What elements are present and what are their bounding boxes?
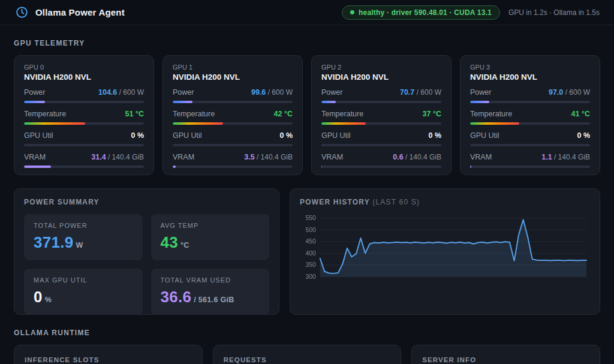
summary-tile: AVG TEMP 43°C <box>151 214 270 260</box>
runtime-card-title: INFERENCE SLOTS <box>25 356 192 363</box>
power-value: 104.6 / 600 W <box>98 88 144 97</box>
temp-bar-track <box>321 122 441 125</box>
util-bar-track <box>470 144 590 146</box>
page-title: Ollama Power Agent <box>35 7 125 17</box>
power-history-panel: POWER HISTORY (LAST 60 S) 55050045040035… <box>290 188 600 315</box>
temp-bar-fill <box>470 122 519 125</box>
svg-text:550: 550 <box>305 215 316 221</box>
power-bar-track <box>321 101 441 103</box>
power-bar-track <box>24 101 144 103</box>
util-label: GPU Util <box>24 131 53 140</box>
summary-tile: TOTAL POWER 371.9W <box>24 214 143 260</box>
vram-bar-fill <box>321 166 322 168</box>
svg-text:500: 500 <box>305 227 316 233</box>
health-status-badge: healthy · driver 590.48.01 · CUDA 13.1 <box>342 5 500 20</box>
power-value: 97.0 / 600 W <box>549 88 590 97</box>
svg-text:400: 400 <box>305 250 316 257</box>
power-history-title: POWER HISTORY (LAST 60 S) <box>300 198 590 206</box>
gpu-vram-metric: VRAM 0.6 / 140.4 GiB <box>321 153 441 168</box>
summary-tile-label: TOTAL VRAM USED <box>161 276 260 284</box>
gpu-card: GPU 2 NVIDIA H200 NVL Power 70.7 / 600 W… <box>311 55 452 175</box>
temp-label: Temperature <box>24 110 66 118</box>
power-label: Power <box>470 88 491 97</box>
vram-label: VRAM <box>470 153 492 161</box>
temp-bar-fill <box>321 122 366 125</box>
summary-tile-label: MAX GPU UTIL <box>34 276 133 284</box>
gpu-util-metric: GPU Util 0 % <box>24 131 144 146</box>
power-label: Power <box>173 88 194 97</box>
vram-bar-track <box>470 166 590 168</box>
summary-tile-unit: °C <box>180 241 189 249</box>
power-summary-title: POWER SUMMARY <box>24 198 269 206</box>
util-value: 0 % <box>428 131 441 140</box>
svg-text:450: 450 <box>305 238 316 245</box>
power-bar-fill <box>173 101 192 103</box>
summary-tile-value: 36.6/ 561.6 GiB <box>161 288 260 306</box>
gpu-temp-metric: Temperature 37 °C <box>321 110 441 125</box>
gpu-vram-metric: VRAM 31.4 / 140.4 GiB <box>24 153 144 168</box>
vram-label: VRAM <box>321 153 343 161</box>
util-label: GPU Util <box>321 131 351 140</box>
health-badge-text: healthy · driver 590.48.01 · CUDA 13.1 <box>359 8 492 17</box>
svg-text:350: 350 <box>305 261 316 268</box>
health-dot-icon <box>350 10 354 14</box>
svg-text:300: 300 <box>305 273 316 280</box>
vram-value: 1.1 / 140.4 GiB <box>541 153 590 161</box>
gpu-power-metric: Power 104.6 / 600 W <box>24 88 144 103</box>
summary-tile-value: 371.9W <box>34 233 133 252</box>
vram-bar-track <box>173 166 293 168</box>
gpu-card: GPU 0 NVIDIA H200 NVL Power 104.6 / 600 … <box>14 55 154 175</box>
runtime-card: SERVER INFO <box>411 345 600 364</box>
temp-value: 37 °C <box>423 110 441 118</box>
gpu-vram-metric: VRAM 1.1 / 140.4 GiB <box>470 153 590 168</box>
gpu-vram-metric: VRAM 3.5 / 140.4 GiB <box>173 153 293 168</box>
util-bar-track <box>24 144 144 146</box>
runtime-card: INFERENCE SLOTS <box>14 345 203 364</box>
temp-value: 51 °C <box>125 110 144 118</box>
power-label: Power <box>24 88 45 97</box>
temp-bar-track <box>24 122 144 125</box>
gpu-name: NVIDIA H200 NVL <box>24 73 144 82</box>
latency-status-text: GPU in 1.2s · Ollama in 1.5s <box>508 8 600 17</box>
summary-tile-unit: / 561.6 GiB <box>194 296 234 304</box>
gpu-card-grid: GPU 0 NVIDIA H200 NVL Power 104.6 / 600 … <box>14 55 600 175</box>
gpu-card: GPU 3 NVIDIA H200 NVL Power 97.0 / 600 W… <box>460 55 600 175</box>
power-bar-track <box>173 101 293 103</box>
util-label: GPU Util <box>470 131 499 140</box>
power-bar-fill <box>470 101 489 103</box>
vram-value: 0.6 / 140.4 GiB <box>393 153 441 161</box>
power-value: 99.6 / 600 W <box>251 88 293 97</box>
vram-bar-track <box>24 166 144 168</box>
runtime-card-grid: INFERENCE SLOTS REQUESTS SERVER INFO <box>14 345 600 364</box>
gpu-index-label: GPU 0 <box>24 64 144 71</box>
power-value: 70.7 / 600 W <box>400 88 441 97</box>
vram-value: 31.4 / 140.4 GiB <box>91 153 144 161</box>
gpu-index-label: GPU 2 <box>321 64 441 71</box>
temp-label: Temperature <box>173 110 215 118</box>
util-bar-track <box>173 144 293 146</box>
power-bar-fill <box>24 101 45 103</box>
gpu-util-metric: GPU Util 0 % <box>470 131 590 146</box>
gpu-card: GPU 1 NVIDIA H200 NVL Power 99.6 / 600 W… <box>162 55 303 175</box>
temp-bar-fill <box>24 122 85 125</box>
power-history-chart: 550500450400350300 <box>300 214 590 290</box>
gpu-index-label: GPU 1 <box>173 64 293 71</box>
vram-label: VRAM <box>24 153 46 161</box>
runtime-card-title: SERVER INFO <box>422 356 589 363</box>
gpu-power-metric: Power 99.6 / 600 W <box>173 88 293 103</box>
gpu-name: NVIDIA H200 NVL <box>321 73 441 82</box>
temp-value: 42 °C <box>274 110 293 118</box>
gpu-power-metric: Power 97.0 / 600 W <box>470 88 590 103</box>
summary-tile-unit: % <box>45 296 52 304</box>
power-summary-panel: POWER SUMMARY TOTAL POWER 371.9W AVG TEM… <box>14 188 279 315</box>
vram-bar-track <box>321 166 441 168</box>
gpu-power-metric: Power 70.7 / 600 W <box>321 88 441 103</box>
vram-bar-fill <box>470 166 471 168</box>
temp-value: 41 °C <box>571 110 590 118</box>
gpu-util-metric: GPU Util 0 % <box>321 131 441 146</box>
main-content: GPU TELEMETRY GPU 0 NVIDIA H200 NVL Powe… <box>0 39 614 364</box>
gpu-name: NVIDIA H200 NVL <box>470 73 590 82</box>
gpu-index-label: GPU 3 <box>470 64 590 71</box>
vram-value: 3.5 / 140.4 GiB <box>244 153 293 161</box>
temp-label: Temperature <box>470 110 512 118</box>
